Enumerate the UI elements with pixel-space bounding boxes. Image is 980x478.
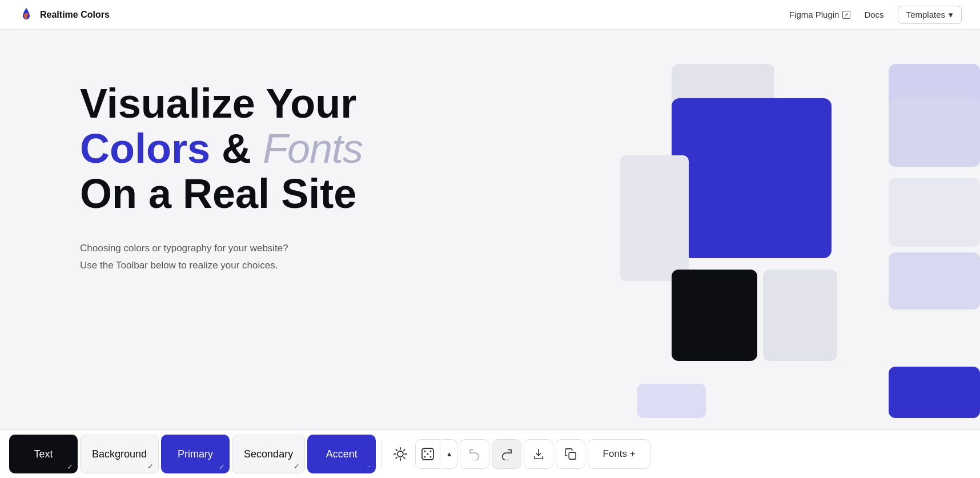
- block-light-purple-bottom-left: [637, 384, 706, 418]
- fonts-button[interactable]: Fonts +: [588, 439, 650, 469]
- check-icon-secondary: ✓: [294, 462, 300, 471]
- logo-icon: [18, 7, 34, 23]
- color-blocks-illustration: [637, 64, 980, 418]
- svg-line-5: [396, 449, 397, 451]
- svg-point-10: [424, 451, 426, 452]
- navbar: Realtime Colors Figma Plugin ↗ Docs Temp…: [0, 0, 980, 30]
- svg-point-0: [397, 451, 403, 457]
- chevron-up-icon: ▲: [446, 450, 453, 458]
- svg-point-12: [424, 456, 426, 458]
- svg-point-13: [430, 456, 432, 458]
- save-button[interactable]: [524, 439, 553, 469]
- copy-icon: [564, 448, 577, 460]
- redo-button[interactable]: [492, 439, 521, 469]
- dice-icon: [421, 447, 435, 461]
- hero-subtitle: Choosing colors or typography for your w…: [80, 240, 480, 275]
- svg-point-14: [427, 453, 429, 455]
- block-gray-left-mid: [620, 155, 689, 281]
- check-icon: ✓: [67, 463, 73, 471]
- block-light-purple-right-top: [889, 98, 980, 167]
- hero-title: Visualize Your Colors & Fonts On a Real …: [80, 81, 480, 217]
- main-content: Visualize Your Colors & Fonts On a Real …: [0, 30, 980, 427]
- check-icon-accent: −: [367, 463, 372, 471]
- external-link-icon: ↗: [842, 11, 850, 19]
- block-black: [672, 270, 757, 361]
- sun-icon: [393, 447, 408, 461]
- templates-button[interactable]: Templates ▾: [898, 6, 962, 24]
- background-color-button[interactable]: Background ✓: [80, 435, 159, 473]
- dice-group: ▲: [415, 439, 457, 469]
- check-icon-primary: ✓: [219, 463, 225, 471]
- navbar-brand: Realtime Colors: [40, 10, 110, 20]
- text-color-button[interactable]: Text ✓: [9, 435, 78, 473]
- brightness-button[interactable]: [388, 439, 413, 469]
- redo-icon: [500, 448, 513, 460]
- toolbar-divider-1: [381, 440, 382, 468]
- download-icon: [532, 448, 545, 460]
- check-icon-bg: ✓: [147, 462, 154, 471]
- undo-button[interactable]: [460, 439, 489, 469]
- svg-line-7: [404, 449, 405, 451]
- navbar-right: Figma Plugin ↗ Docs Templates ▾: [789, 6, 962, 24]
- svg-line-8: [396, 457, 397, 459]
- dice-chevron-button[interactable]: ▲: [441, 439, 457, 469]
- figma-plugin-link[interactable]: Figma Plugin ↗: [789, 10, 851, 19]
- block-light-purple-right-mid2: [889, 252, 980, 310]
- docs-link[interactable]: Docs: [864, 10, 883, 19]
- undo-icon: [468, 448, 481, 460]
- svg-line-6: [404, 457, 405, 459]
- secondary-color-button[interactable]: Secondary ✓: [232, 435, 305, 473]
- chevron-down-icon: ▾: [949, 10, 953, 20]
- block-accent-bottom-right: [889, 367, 980, 418]
- navbar-left: Realtime Colors: [18, 7, 110, 23]
- svg-rect-15: [569, 452, 576, 459]
- accent-color-button[interactable]: Accent −: [307, 435, 376, 473]
- block-light-gray-right-mid: [889, 178, 980, 247]
- copy-button[interactable]: [556, 439, 585, 469]
- randomize-button[interactable]: [415, 439, 440, 469]
- primary-color-button[interactable]: Primary ✓: [161, 435, 230, 473]
- toolbar: Text ✓ Background ✓ Primary ✓ Secondary …: [0, 429, 980, 478]
- svg-point-11: [430, 451, 432, 452]
- block-light-gray-mid2: [763, 270, 837, 361]
- block-blue-main: [672, 98, 832, 258]
- hero-text: Visualize Your Colors & Fonts On a Real …: [80, 64, 480, 415]
